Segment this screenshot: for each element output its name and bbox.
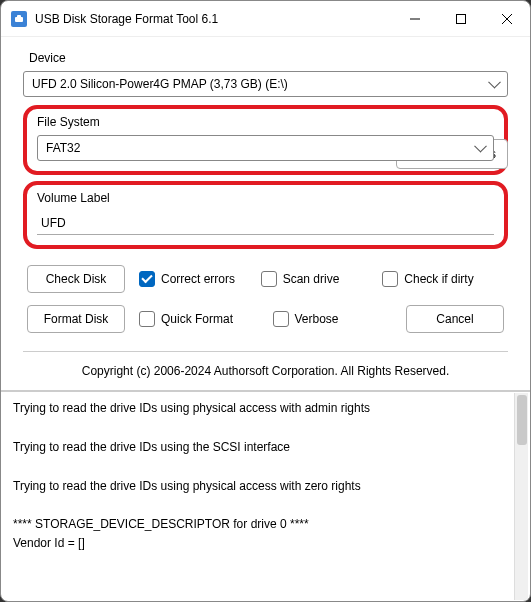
format-row: Format Disk Quick Format Verbose Cancel	[23, 305, 508, 333]
check-if-dirty-checkbox[interactable]	[382, 271, 398, 287]
log-line: Trying to read the drive IDs using the S…	[13, 439, 518, 456]
volume-label-input[interactable]	[37, 211, 494, 235]
log-line: Trying to read the drive IDs using physi…	[13, 478, 518, 495]
scan-drive-wrap[interactable]: Scan drive	[261, 271, 383, 287]
window-title: USB Disk Storage Format Tool 6.1	[35, 12, 392, 26]
main-form: Device UFD 2.0 Silicon-Power4G PMAP (3,7…	[1, 37, 530, 390]
device-group: Device UFD 2.0 Silicon-Power4G PMAP (3,7…	[23, 51, 508, 97]
log-line: **** STORAGE_DEVICE_DESCRIPTOR for drive…	[13, 516, 518, 533]
device-select[interactable]: UFD 2.0 Silicon-Power4G PMAP (3,73 GB) (…	[23, 71, 508, 97]
check-if-dirty-label: Check if dirty	[404, 272, 473, 286]
divider	[23, 351, 508, 352]
file-system-select-value: FAT32	[46, 141, 80, 155]
volume-label-highlight: Volume Label	[23, 181, 508, 249]
format-disk-button[interactable]: Format Disk	[27, 305, 125, 333]
correct-errors-label: Correct errors	[161, 272, 235, 286]
titlebar: USB Disk Storage Format Tool 6.1	[1, 1, 530, 37]
volume-label-label: Volume Label	[37, 191, 494, 205]
log-scrollbar-thumb[interactable]	[517, 395, 527, 445]
quick-format-checkbox[interactable]	[139, 311, 155, 327]
svg-rect-1	[17, 15, 21, 18]
cancel-button[interactable]: Cancel	[406, 305, 504, 333]
verbose-label: Verbose	[295, 312, 339, 326]
log-line: Vendor Id = []	[13, 535, 518, 552]
log-line: Trying to read the drive IDs using physi…	[13, 400, 518, 417]
check-row: Check Disk Correct errors Scan drive Che…	[23, 265, 508, 293]
app-window: USB Disk Storage Format Tool 6.1 Device …	[0, 0, 531, 602]
scan-drive-checkbox[interactable]	[261, 271, 277, 287]
scan-drive-label: Scan drive	[283, 272, 340, 286]
minimize-button[interactable]	[392, 1, 438, 36]
device-label: Device	[23, 51, 508, 65]
close-button[interactable]	[484, 1, 530, 36]
device-select-value: UFD 2.0 Silicon-Power4G PMAP (3,73 GB) (…	[32, 77, 288, 91]
log-scrollbar[interactable]	[514, 393, 528, 600]
verbose-checkbox[interactable]	[273, 311, 289, 327]
quick-format-label: Quick Format	[161, 312, 233, 326]
copyright-text: Copyright (c) 2006-2024 Authorsoft Corpo…	[23, 360, 508, 390]
log-output[interactable]: Trying to read the drive IDs using physi…	[1, 390, 530, 601]
file-system-label: File System	[37, 115, 494, 129]
correct-errors-wrap[interactable]: Correct errors	[139, 271, 261, 287]
file-system-select[interactable]: FAT32	[37, 135, 494, 161]
app-icon	[11, 11, 27, 27]
svg-rect-3	[457, 14, 466, 23]
correct-errors-checkbox[interactable]	[139, 271, 155, 287]
maximize-button[interactable]	[438, 1, 484, 36]
verbose-wrap[interactable]: Verbose	[273, 311, 407, 327]
quick-format-wrap[interactable]: Quick Format	[139, 311, 273, 327]
check-if-dirty-wrap[interactable]: Check if dirty	[382, 271, 504, 287]
check-disk-button[interactable]: Check Disk	[27, 265, 125, 293]
window-controls	[392, 1, 530, 36]
